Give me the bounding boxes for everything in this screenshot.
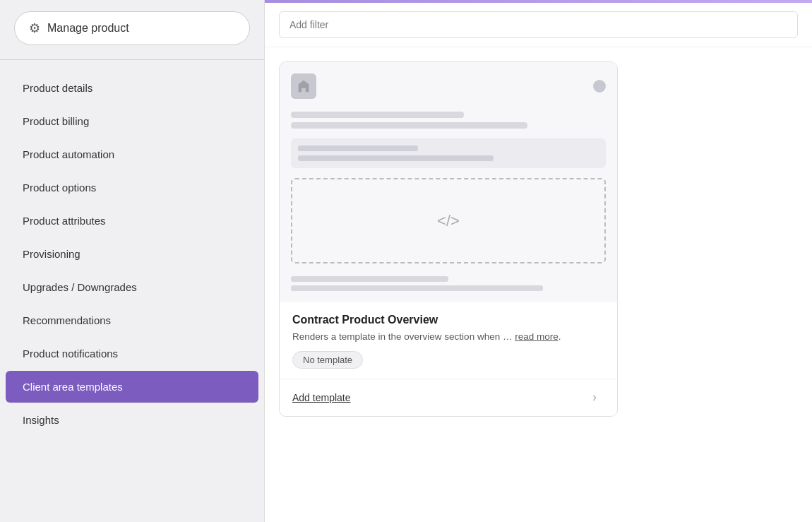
code-icon: </>: [437, 212, 460, 230]
preview-mini-card: [291, 138, 606, 168]
sidebar-item-product-automation[interactable]: Product automation: [6, 138, 258, 170]
preview-dashed-box: </>: [291, 178, 606, 263]
preview-bottom-lines: [291, 276, 606, 291]
card-description: Renders a template in the overview secti…: [292, 331, 604, 344]
add-template-button[interactable]: Add template: [292, 392, 351, 403]
cards-area: </> Contract Product Overview Renders a …: [265, 47, 812, 431]
card-info: Contract Product Overview Renders a temp…: [280, 302, 617, 379]
card-preview: </>: [280, 62, 617, 302]
filter-input[interactable]: [279, 11, 798, 38]
gear-icon: ⚙: [29, 20, 40, 36]
sidebar-item-provisioning[interactable]: Provisioning: [6, 238, 258, 270]
filter-bar: [265, 3, 812, 47]
preview-mini-line-2: [298, 155, 494, 161]
sidebar: ⚙ Manage product Product details Product…: [0, 0, 265, 522]
preview-bottom-line-2: [291, 285, 543, 291]
sidebar-item-recommendations[interactable]: Recommendations: [6, 304, 258, 336]
preview-circle: [593, 80, 606, 93]
sidebar-item-product-notifications[interactable]: Product notifications: [6, 338, 258, 369]
sidebar-item-insights[interactable]: Insights: [6, 404, 258, 436]
card-title: Contract Product Overview: [292, 314, 604, 326]
sidebar-item-client-area-templates[interactable]: Client area templates: [6, 371, 258, 403]
preview-header: [291, 73, 606, 99]
preview-lines: [291, 112, 606, 129]
template-card: </> Contract Product Overview Renders a …: [279, 61, 618, 417]
preview-mini-line-1: [298, 146, 418, 151]
sidebar-divider: [0, 59, 264, 60]
preview-line-2: [291, 122, 527, 129]
sidebar-item-product-billing[interactable]: Product billing: [6, 105, 258, 137]
chevron-right-icon: ›: [585, 388, 604, 408]
sidebar-item-upgrades-downgrades[interactable]: Upgrades / Downgrades: [6, 271, 258, 303]
preview-logo-icon: [296, 78, 311, 94]
manage-product-label: Manage product: [47, 22, 129, 35]
sidebar-nav: Product details Product billing Product …: [0, 66, 264, 522]
preview-bottom-line-1: [291, 276, 448, 282]
sidebar-item-product-options[interactable]: Product options: [6, 172, 258, 203]
preview-logo: [291, 73, 316, 99]
preview-line-1: [291, 112, 464, 118]
no-template-badge: No template: [292, 351, 363, 369]
read-more-link[interactable]: read more: [515, 331, 559, 342]
card-footer: Add template ›: [280, 379, 617, 416]
sidebar-item-product-details[interactable]: Product details: [6, 72, 258, 104]
sidebar-item-product-attributes[interactable]: Product attributes: [6, 205, 258, 237]
main-content: </> Contract Product Overview Renders a …: [265, 0, 812, 522]
manage-product-button[interactable]: ⚙ Manage product: [14, 11, 250, 45]
